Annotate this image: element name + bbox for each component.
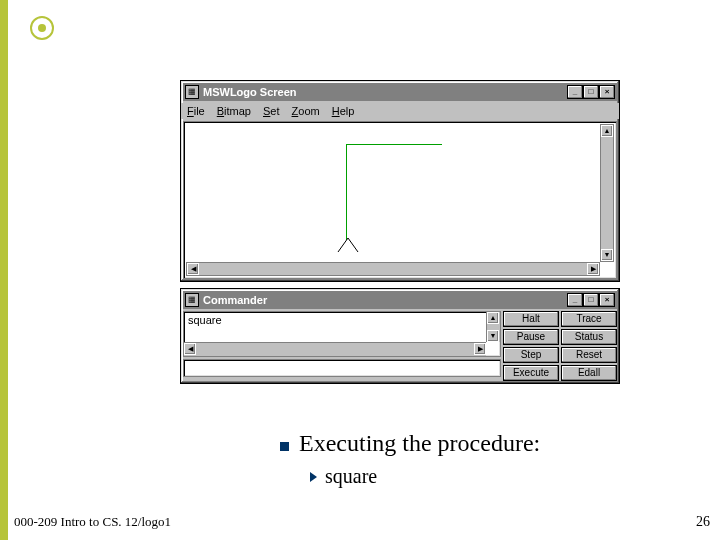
bullet-sub-text: square [325,465,377,488]
maximize-button[interactable]: □ [583,85,599,99]
menu-help[interactable]: Help [332,105,355,117]
scroll-up-icon[interactable]: ▲ [487,312,499,324]
history-vertical-scrollbar[interactable]: ▲ ▼ [486,312,500,342]
canvas-vertical-scrollbar[interactable]: ▲ ▼ [600,124,614,262]
slide-accent-bar [0,0,8,540]
commander-left: square ▲ ▼ ◀ ▶ [183,311,501,381]
screen-titlebar[interactable]: ▦ MSWLogo Screen _ □ × [183,83,617,101]
minimize-button[interactable]: _ [567,293,583,307]
menubar: File Bitmap Set Zoom Help [181,103,619,119]
drawn-line-vertical [346,144,347,240]
app-icon: ▦ [185,85,199,99]
page-number: 26 [696,514,710,530]
commander-title: Commander [203,294,567,306]
execute-button[interactable]: Execute [503,365,559,381]
history-horizontal-scrollbar[interactable]: ◀ ▶ [184,342,486,356]
commander-buttons: Halt Trace Pause Status Step Reset Execu… [503,311,617,381]
canvas-horizontal-scrollbar[interactable]: ◀ ▶ [186,262,600,276]
menu-zoom[interactable]: Zoom [292,105,320,117]
command-input[interactable] [183,359,501,377]
close-button[interactable]: × [599,85,615,99]
trace-button[interactable]: Trace [561,311,617,327]
commander-body: square ▲ ▼ ◀ ▶ Halt Trace Pause Status [183,311,617,381]
commander-titlebar[interactable]: ▦ Commander _ □ × [183,291,617,309]
pause-button[interactable]: Pause [503,329,559,345]
commander-window: ▦ Commander _ □ × square ▲ ▼ ◀ ▶ [180,288,620,384]
scroll-down-icon[interactable]: ▼ [487,330,499,342]
scroll-right-icon[interactable]: ▶ [587,263,599,275]
reset-button[interactable]: Reset [561,347,617,363]
maximize-button[interactable]: □ [583,293,599,307]
triangle-bullet-icon [310,472,317,482]
scroll-left-icon[interactable]: ◀ [187,263,199,275]
menu-file[interactable]: File [187,105,205,117]
close-button[interactable]: × [599,293,615,307]
slide-text-block: Executing the procedure: square [280,430,540,488]
scroll-down-icon[interactable]: ▼ [601,249,613,261]
edall-button[interactable]: Edall [561,365,617,381]
screenshot-container: ▦ MSWLogo Screen _ □ × File Bitmap Set Z… [180,80,620,390]
turtle-cursor-icon [336,236,360,254]
app-icon: ▦ [185,293,199,307]
drawing-canvas [186,124,600,262]
bullet-main-text: Executing the procedure: [299,430,540,457]
bullet-level2: square [310,465,540,488]
square-bullet-icon [280,442,289,451]
step-button[interactable]: Step [503,347,559,363]
drawn-line-horizontal [346,144,442,145]
history-text: square [188,314,222,326]
screen-title: MSWLogo Screen [203,86,567,98]
status-button[interactable]: Status [561,329,617,345]
scroll-left-icon[interactable]: ◀ [184,343,196,355]
menu-bitmap[interactable]: Bitmap [217,105,251,117]
minimize-button[interactable]: _ [567,85,583,99]
halt-button[interactable]: Halt [503,311,559,327]
slide-accent-dot [30,16,54,40]
drawing-canvas-area: ▲ ▼ ◀ ▶ [183,121,617,279]
menu-set[interactable]: Set [263,105,280,117]
command-history[interactable]: square ▲ ▼ ◀ ▶ [183,311,501,357]
scroll-right-icon[interactable]: ▶ [474,343,486,355]
scroll-up-icon[interactable]: ▲ [601,125,613,137]
mswlogo-screen-window: ▦ MSWLogo Screen _ □ × File Bitmap Set Z… [180,80,620,282]
footer-left: 000-209 Intro to CS. 12/logo1 [14,514,171,530]
bullet-level1: Executing the procedure: [280,430,540,457]
